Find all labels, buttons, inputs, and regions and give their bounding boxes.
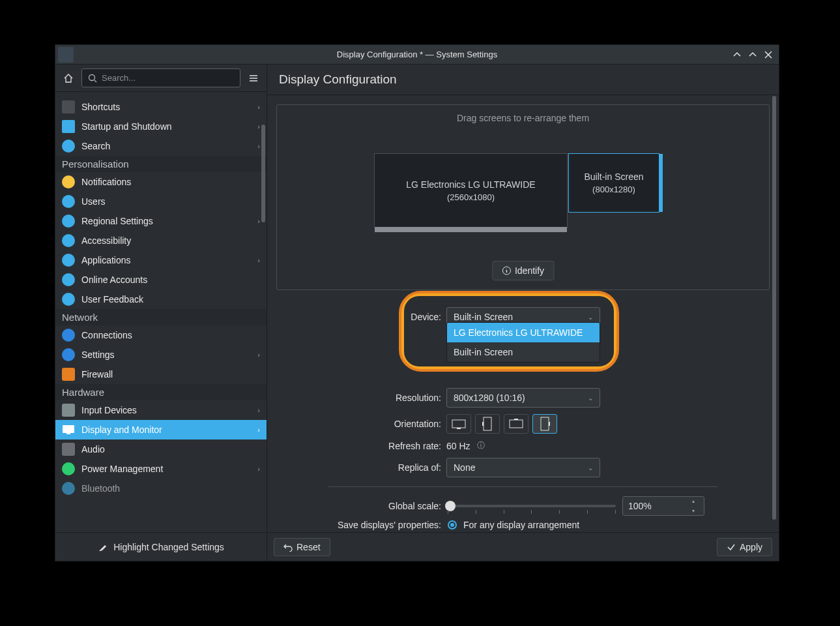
spin-up-icon[interactable]: ▴ xyxy=(692,498,701,504)
arrange-hint: Drag screens to re-arrange them xyxy=(277,105,769,123)
sidebar-item-net-settings[interactable]: Settings › xyxy=(55,345,267,365)
sidebar-item-display-monitor[interactable]: Display and Monitor › xyxy=(55,420,267,440)
scale-label: Global scale: xyxy=(276,501,441,511)
orientation-portrait-left[interactable] xyxy=(475,414,500,434)
svg-rect-2 xyxy=(66,433,70,434)
search-input[interactable] xyxy=(102,73,235,83)
identify-button[interactable]: Identify xyxy=(492,261,554,280)
globe-icon xyxy=(62,348,75,361)
save-radio[interactable] xyxy=(448,520,457,529)
firewall-icon xyxy=(62,368,75,381)
system-settings-window: Display Configuration * — System Setting… xyxy=(55,44,779,561)
refresh-label: Refresh rate: xyxy=(276,441,441,451)
sidebar-item-label: Power Management xyxy=(81,464,163,474)
sidebar-item-label: Notifications xyxy=(81,177,131,187)
slider-ticks xyxy=(448,510,616,514)
chevron-right-icon: › xyxy=(257,256,260,264)
sidebar-item-input-devices[interactable]: Input Devices › xyxy=(55,400,267,420)
page-title: Display Configuration xyxy=(267,65,779,95)
sidebar-item-feedback[interactable]: User Feedback xyxy=(55,290,267,309)
sidebar-item-label: Users xyxy=(81,196,106,207)
main-scrollbar-thumb[interactable] xyxy=(772,96,776,520)
chevron-right-icon: › xyxy=(257,406,260,414)
svg-rect-7 xyxy=(482,422,484,426)
bluetooth-icon xyxy=(62,482,75,495)
sidebar-item-online-accounts[interactable]: Online Accounts xyxy=(55,270,267,290)
sidebar-item-label: Firewall xyxy=(81,369,113,380)
orientation-portrait-right[interactable] xyxy=(532,414,557,434)
sidebar-item-audio[interactable]: Audio xyxy=(55,440,267,459)
svg-rect-8 xyxy=(510,420,523,428)
active-indicator xyxy=(659,154,663,212)
sidebar-item-users[interactable]: Users xyxy=(55,192,267,211)
chevron-right-icon: › xyxy=(257,217,260,225)
sidebar-item-label: Shortcuts xyxy=(81,102,120,112)
sidebar-item-notifications[interactable]: Notifications xyxy=(55,172,267,192)
category-hardware: Hardware xyxy=(55,384,267,400)
sidebar-item-label: Display and Monitor xyxy=(81,425,162,435)
titlebar[interactable]: Display Configuration * — System Setting… xyxy=(55,45,779,65)
scale-spinbox[interactable]: 100% ▴▾ xyxy=(622,496,704,516)
scrollbar-thumb[interactable] xyxy=(261,125,265,222)
sidebar-item-label: Settings xyxy=(81,350,115,360)
menu-button[interactable] xyxy=(244,69,263,87)
category-network: Network xyxy=(55,309,267,325)
highlight-changed-button[interactable]: Highlight Changed Settings xyxy=(55,532,267,561)
main-panel: Display Configuration Drag screens to re… xyxy=(267,65,779,561)
close-icon[interactable] xyxy=(763,50,774,60)
sidebar-item-accessibility[interactable]: Accessibility xyxy=(55,231,267,250)
svg-point-0 xyxy=(89,74,95,80)
save-option-label: For any display arrangement xyxy=(463,520,579,530)
svg-rect-5 xyxy=(457,428,461,429)
orientation-landscape[interactable] xyxy=(446,414,471,434)
sidebar-item-bluetooth[interactable]: Bluetooth xyxy=(55,479,267,498)
search-box[interactable] xyxy=(81,68,240,87)
bell-icon xyxy=(62,175,75,188)
sidebar-item-power[interactable]: Power Management › xyxy=(55,459,267,479)
sidebar-item-label: Regional Settings xyxy=(81,216,153,226)
apps-icon xyxy=(62,254,75,267)
screen-lg-ultrawide[interactable]: LG Electronics LG ULTRAWIDE (2560x1080) xyxy=(374,153,568,228)
device-option-lg[interactable]: LG Electronics LG ULTRAWIDE xyxy=(447,323,600,342)
sidebar-item-firewall[interactable]: Firewall xyxy=(55,365,267,384)
device-dropdown-popup: LG Electronics LG ULTRAWIDE Built-in Scr… xyxy=(446,322,600,363)
sidebar-item-label: Startup and Shutdown xyxy=(81,121,172,132)
chevron-right-icon: › xyxy=(257,142,260,150)
sidebar-item-shortcuts[interactable]: Shortcuts › xyxy=(55,97,267,117)
maximize-icon[interactable] xyxy=(747,50,758,60)
scale-slider[interactable] xyxy=(448,505,616,507)
sidebar-item-connections[interactable]: Connections xyxy=(55,325,267,345)
sidebar-item-label: Bluetooth xyxy=(81,483,120,494)
sidebar-nav[interactable]: Shortcuts › Startup and Shutdown › Searc… xyxy=(55,92,267,532)
keyboard-icon xyxy=(62,100,75,113)
chevron-right-icon: › xyxy=(257,103,260,111)
replica-select[interactable]: None ⌄ xyxy=(446,458,600,477)
replica-value: None xyxy=(454,462,475,473)
resolution-select[interactable]: 800x1280 (10:16) ⌄ xyxy=(446,388,600,408)
sidebar-item-applications[interactable]: Applications › xyxy=(55,250,267,270)
svg-rect-4 xyxy=(452,420,465,428)
highlight-changed-label: Highlight Changed Settings xyxy=(113,542,224,552)
apply-button[interactable]: Apply xyxy=(717,538,772,556)
minimize-icon[interactable] xyxy=(732,50,742,60)
speaker-icon xyxy=(62,443,75,456)
reset-button[interactable]: Reset xyxy=(274,538,330,556)
sidebar-item-label: Audio xyxy=(81,444,105,455)
orientation-landscape-flipped[interactable] xyxy=(504,414,529,434)
screen-built-in[interactable]: Built-in Screen (800x1280) xyxy=(568,153,659,213)
chevron-right-icon: › xyxy=(257,351,260,359)
chevron-down-icon: ⌄ xyxy=(588,314,593,321)
svg-rect-10 xyxy=(541,417,549,430)
sidebar-item-search[interactable]: Search › xyxy=(55,136,267,156)
home-button[interactable] xyxy=(59,69,78,87)
info-icon[interactable]: ⓘ xyxy=(477,440,485,451)
sidebar-item-label: Applications xyxy=(81,255,131,265)
chevron-right-icon: › xyxy=(257,426,260,434)
sidebar-item-startup[interactable]: Startup and Shutdown › xyxy=(55,117,267,136)
chevron-down-icon: ⌄ xyxy=(588,395,593,402)
screen-name: Built-in Screen xyxy=(584,171,643,182)
sidebar-item-regional[interactable]: Regional Settings › xyxy=(55,211,267,231)
device-option-builtin[interactable]: Built-in Screen xyxy=(447,342,600,362)
svg-rect-6 xyxy=(484,417,491,430)
spin-down-icon[interactable]: ▾ xyxy=(692,508,701,514)
